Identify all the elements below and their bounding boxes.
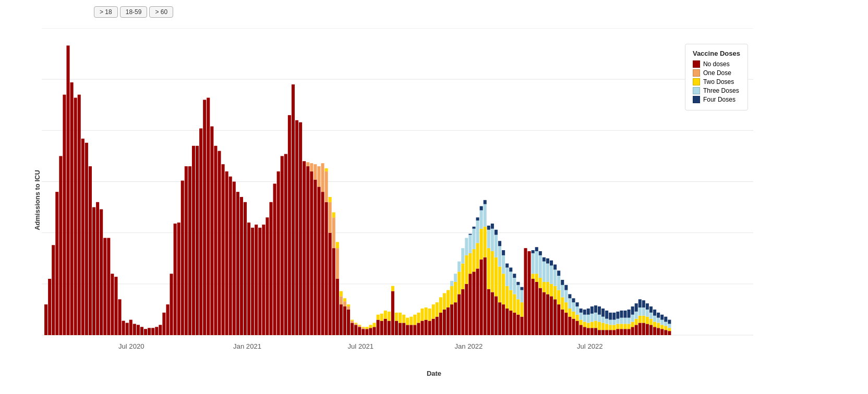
svg-rect-98 [317, 166, 320, 187]
svg-rect-251 [520, 317, 523, 335]
svg-rect-162 [417, 323, 420, 335]
svg-rect-232 [502, 274, 505, 304]
svg-rect-143 [380, 314, 383, 321]
svg-rect-235 [505, 309, 509, 335]
svg-rect-339 [605, 319, 608, 324]
svg-rect-41 [122, 321, 125, 335]
svg-rect-237 [505, 267, 509, 286]
svg-rect-330 [598, 322, 601, 330]
svg-rect-131 [361, 329, 365, 335]
svg-rect-262 [535, 274, 538, 282]
no-doses-swatch [693, 60, 700, 68]
svg-rect-373 [638, 323, 642, 335]
svg-rect-275 [546, 264, 549, 282]
svg-rect-38 [111, 274, 114, 335]
svg-rect-211 [484, 257, 487, 335]
svg-rect-32 [89, 166, 92, 335]
svg-rect-357 [623, 329, 626, 335]
svg-rect-21 [48, 279, 51, 335]
svg-rect-193 [465, 255, 468, 284]
svg-rect-184 [454, 282, 457, 302]
svg-rect-198 [468, 234, 472, 235]
svg-rect-290 [561, 297, 564, 310]
svg-rect-307 [576, 306, 579, 315]
legend-item-four-doses: Four Doses [693, 96, 740, 103]
svg-rect-206 [476, 217, 479, 220]
svg-rect-329 [598, 330, 601, 335]
svg-rect-345 [612, 330, 616, 335]
svg-rect-55 [174, 224, 177, 335]
svg-rect-142 [380, 321, 383, 335]
svg-rect-318 [587, 323, 590, 328]
svg-rect-344 [609, 313, 612, 320]
legend-item-two-doses: Two Doses [693, 78, 740, 85]
legend-item-one-dose: One Dose [693, 69, 740, 77]
svg-rect-220 [491, 251, 494, 292]
svg-rect-273 [546, 294, 549, 335]
svg-rect-308 [576, 302, 579, 306]
svg-rect-154 [402, 323, 405, 335]
svg-rect-81 [269, 202, 272, 335]
bars-chart [42, 28, 753, 351]
svg-rect-150 [395, 321, 398, 335]
svg-rect-401 [664, 330, 667, 335]
svg-rect-183 [454, 302, 457, 335]
svg-rect-114 [340, 296, 343, 304]
svg-rect-223 [495, 296, 498, 335]
svg-rect-283 [553, 269, 557, 286]
svg-rect-288 [557, 270, 560, 276]
svg-rect-152 [399, 323, 402, 335]
svg-rect-164 [420, 321, 424, 335]
svg-rect-181 [450, 286, 453, 304]
filter-btn-over60[interactable]: > 60 [149, 6, 173, 18]
svg-rect-123 [351, 321, 354, 323]
svg-rect-146 [388, 321, 391, 335]
filter-btn-over18[interactable]: > 18 [94, 6, 118, 18]
filter-btn-18-59[interactable]: 18-59 [120, 6, 148, 18]
svg-rect-189 [461, 289, 464, 335]
legend-item-three-doses: Three Doses [693, 87, 740, 94]
svg-rect-40 [118, 299, 122, 335]
svg-rect-271 [542, 262, 546, 282]
svg-rect-353 [620, 329, 623, 335]
svg-rect-50 [155, 327, 158, 335]
svg-rect-99 [321, 192, 324, 335]
svg-rect-93 [310, 171, 313, 335]
svg-rect-170 [432, 319, 435, 335]
svg-rect-408 [668, 320, 671, 324]
svg-rect-386 [649, 319, 653, 325]
svg-rect-63 [203, 100, 206, 335]
svg-rect-97 [317, 187, 320, 335]
svg-rect-406 [668, 328, 671, 331]
svg-rect-118 [343, 298, 346, 301]
svg-rect-317 [587, 328, 590, 335]
svg-rect-83 [277, 171, 280, 335]
svg-rect-194 [465, 238, 468, 255]
svg-rect-402 [664, 326, 667, 330]
svg-rect-269 [542, 292, 546, 335]
svg-rect-34 [96, 202, 99, 335]
svg-rect-84 [281, 156, 284, 335]
svg-rect-238 [505, 264, 509, 268]
svg-rect-124 [351, 320, 354, 321]
svg-rect-213 [484, 204, 487, 227]
svg-rect-385 [649, 325, 653, 335]
svg-rect-388 [649, 306, 653, 313]
svg-rect-361 [628, 329, 631, 335]
svg-rect-179 [447, 290, 450, 307]
svg-rect-23 [55, 192, 58, 335]
svg-rect-126 [354, 324, 357, 325]
svg-rect-117 [343, 301, 346, 306]
svg-rect-248 [516, 299, 520, 314]
svg-rect-168 [428, 321, 431, 335]
svg-rect-33 [92, 207, 95, 335]
svg-rect-127 [354, 323, 357, 324]
svg-rect-346 [612, 325, 616, 330]
chart-inner: 0 50 100 150 200 250 300 Jul 2020 Jan 20… [42, 28, 753, 351]
svg-rect-209 [480, 210, 483, 228]
svg-rect-28 [74, 98, 77, 335]
svg-rect-367 [631, 315, 634, 322]
svg-rect-160 [413, 325, 416, 335]
svg-rect-74 [244, 202, 247, 335]
svg-rect-234 [502, 250, 505, 255]
